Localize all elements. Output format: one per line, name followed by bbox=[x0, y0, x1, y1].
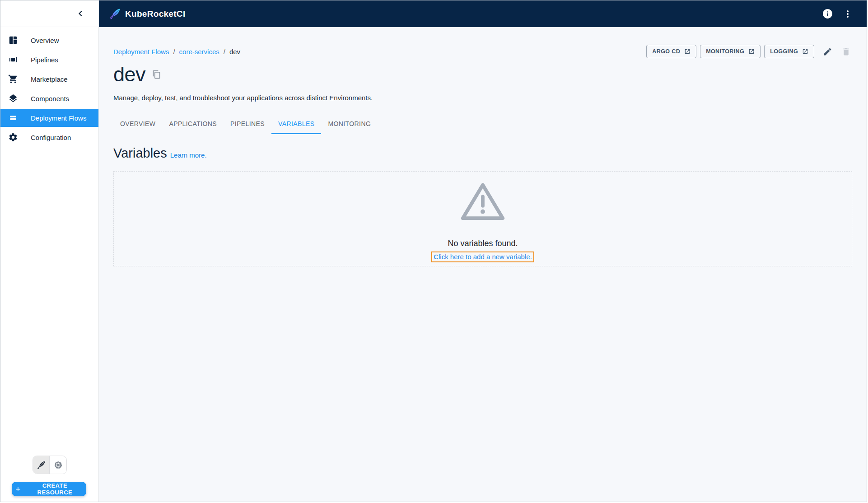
info-button[interactable] bbox=[820, 6, 835, 21]
info-icon bbox=[822, 8, 833, 19]
sidebar-collapse-button[interactable] bbox=[71, 5, 89, 23]
monitoring-button[interactable]: MONITORING bbox=[700, 45, 761, 58]
layers-icon bbox=[8, 93, 19, 104]
header-actions bbox=[820, 6, 855, 21]
tab-pipelines[interactable]: PIPELINES bbox=[224, 114, 271, 134]
sidebar-item-label: Configuration bbox=[31, 134, 71, 141]
trash-icon bbox=[841, 47, 851, 56]
warning-triangle-icon bbox=[459, 181, 506, 222]
sidebar-item-deployment-flows[interactable]: Deployment Flows bbox=[0, 109, 98, 127]
gear-icon bbox=[8, 132, 19, 143]
add-variable-link[interactable]: Click here to add a new variable. bbox=[434, 253, 532, 261]
edit-button[interactable] bbox=[821, 46, 834, 58]
monitoring-label: MONITORING bbox=[706, 48, 744, 55]
pipelines-icon bbox=[8, 54, 19, 65]
page-description: Manage, deploy, test, and troubleshoot y… bbox=[113, 93, 852, 102]
breadcrumb-link-deployment-flows[interactable]: Deployment Flows bbox=[113, 48, 169, 56]
copy-icon bbox=[152, 70, 161, 79]
chevron-left-icon bbox=[75, 8, 86, 19]
argo-cd-button[interactable]: ARGO CD bbox=[646, 45, 696, 58]
tab-monitoring[interactable]: MONITORING bbox=[321, 114, 378, 134]
argo-cd-label: ARGO CD bbox=[652, 48, 680, 55]
action-highlight-box: Click here to add a new variable. bbox=[431, 252, 534, 262]
page-title: dev bbox=[113, 64, 145, 85]
external-link-icon bbox=[802, 48, 808, 55]
theme-kuberocketci-button[interactable] bbox=[33, 456, 50, 474]
page-quick-actions: ARGO CD MONITORING LOGGING bbox=[646, 45, 852, 58]
app-logo: KubeRocketCI bbox=[109, 8, 185, 20]
flows-icon bbox=[8, 112, 19, 123]
sidebar: Overview Pipelines Marketplace Component… bbox=[0, 0, 99, 502]
sidebar-item-pipelines[interactable]: Pipelines bbox=[0, 51, 98, 69]
copy-name-button[interactable] bbox=[152, 70, 161, 79]
tab-overview[interactable]: OVERVIEW bbox=[113, 114, 162, 134]
breadcrumb-separator: / bbox=[224, 48, 225, 56]
breadcrumb-separator: / bbox=[173, 48, 175, 56]
theme-kubernetes-button[interactable] bbox=[50, 456, 66, 474]
main-content: Deployment Flows / core-services / dev A… bbox=[99, 27, 867, 502]
sidebar-nav: Overview Pipelines Marketplace Component… bbox=[0, 31, 98, 146]
kebab-menu-icon bbox=[842, 9, 853, 19]
delete-button[interactable] bbox=[840, 46, 852, 58]
sidebar-item-configuration[interactable]: Configuration bbox=[0, 128, 98, 146]
logging-label: LOGGING bbox=[770, 48, 798, 55]
more-menu-button[interactable] bbox=[840, 7, 855, 21]
sidebar-item-overview[interactable]: Overview bbox=[0, 31, 98, 49]
tabs: OVERVIEW APPLICATIONS PIPELINES VARIABLE… bbox=[113, 114, 852, 134]
dashboard-icon bbox=[8, 35, 19, 46]
sidebar-item-label: Components bbox=[31, 95, 69, 102]
breadcrumb: Deployment Flows / core-services / dev bbox=[113, 48, 240, 56]
sidebar-item-marketplace[interactable]: Marketplace bbox=[0, 70, 98, 88]
empty-state-message: No variables found. bbox=[448, 238, 518, 248]
external-link-icon bbox=[748, 48, 755, 55]
rocket-feather-logo-icon bbox=[109, 8, 121, 20]
app-header: KubeRocketCI bbox=[99, 0, 867, 27]
kubernetes-icon bbox=[54, 461, 63, 470]
sidebar-item-label: Marketplace bbox=[31, 75, 68, 83]
plus-icon bbox=[14, 485, 22, 493]
breadcrumb-current-page: dev bbox=[229, 48, 240, 56]
variables-section-header: Variables Learn more. bbox=[113, 146, 852, 160]
sidebar-item-components[interactable]: Components bbox=[0, 89, 98, 107]
tab-variables[interactable]: VARIABLES bbox=[271, 114, 321, 134]
top-row: Deployment Flows / core-services / dev A… bbox=[113, 45, 852, 58]
sidebar-item-label: Overview bbox=[31, 37, 59, 44]
sidebar-header bbox=[0, 0, 98, 27]
create-resource-label: CREATE RESOURCE bbox=[26, 482, 84, 496]
learn-more-link[interactable]: Learn more. bbox=[170, 151, 207, 159]
variables-empty-state: No variables found. Click here to add a … bbox=[113, 171, 852, 266]
breadcrumb-link-core-services[interactable]: core-services bbox=[179, 48, 219, 56]
create-resource-button[interactable]: CREATE RESOURCE bbox=[12, 482, 86, 496]
cart-icon bbox=[8, 74, 19, 84]
theme-toggle-group bbox=[33, 456, 67, 474]
tab-applications[interactable]: APPLICATIONS bbox=[162, 114, 224, 134]
sidebar-item-label: Deployment Flows bbox=[31, 114, 86, 122]
pencil-icon bbox=[823, 47, 832, 56]
section-heading: Variables bbox=[113, 146, 167, 160]
app-root: KubeRocketCI Overview bbox=[0, 0, 867, 502]
external-link-icon bbox=[684, 48, 691, 55]
app-title: KubeRocketCI bbox=[125, 9, 185, 19]
title-row: dev bbox=[113, 64, 852, 85]
sidebar-item-label: Pipelines bbox=[31, 56, 58, 64]
rocket-feather-icon bbox=[37, 460, 46, 470]
logging-button[interactable]: LOGGING bbox=[764, 45, 814, 58]
